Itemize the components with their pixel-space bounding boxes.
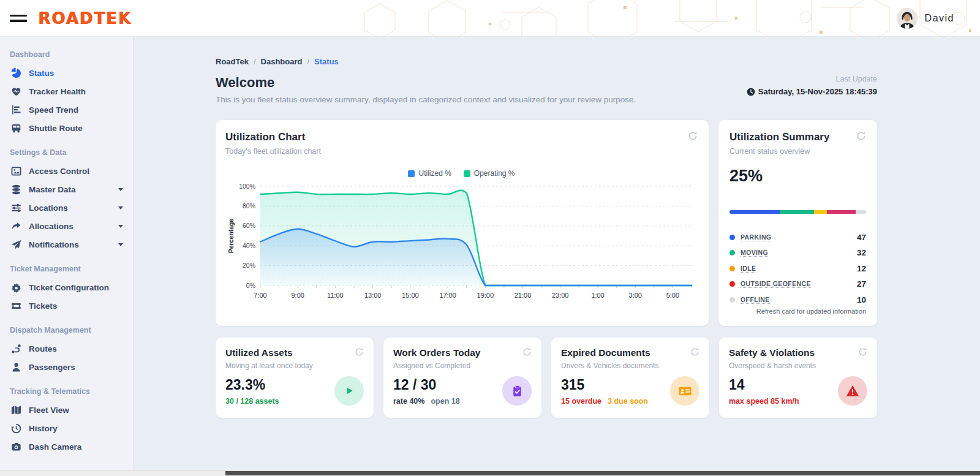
id-card-icon: [670, 376, 699, 406]
work-orders-today-card: Work Orders Today Assigned vs Completed …: [383, 338, 541, 418]
stat-detail: 30 / 128 assets: [225, 397, 279, 406]
app-header: ROADTEK David: [0, 0, 980, 37]
page-title: Welcome: [216, 75, 636, 91]
svg-text:19:00: 19:00: [477, 292, 494, 299]
refresh-icon[interactable]: [858, 347, 867, 357]
sidebar-item-fleet-view[interactable]: Fleet View: [0, 401, 133, 419]
history-clock-icon: [11, 423, 21, 434]
sidebar-item-routes[interactable]: Routes: [0, 339, 133, 358]
last-update-value: Saturday, 15-Nov-2025 18:45:39: [747, 87, 877, 96]
refresh-icon[interactable]: [690, 347, 699, 357]
utilization-chart-card: Utilization Chart Today's fleet utilizat…: [216, 120, 709, 326]
sidebar-item-label: Routes: [29, 344, 57, 353]
app-logo: ROADTEK: [38, 9, 132, 28]
stat-card-subtitle: Assigned vs Completed: [393, 361, 532, 370]
sidebar-item-label: Master Data: [29, 185, 76, 194]
stat-detail: max speed 85 km/h: [729, 397, 799, 406]
scrollbar-thumb[interactable]: [225, 471, 980, 475]
status-label-link[interactable]: OFFLINE: [741, 296, 770, 304]
status-row-parking: PARKING47: [729, 230, 866, 246]
sidebar-item-ticket-configuration[interactable]: Ticket Configuration: [0, 278, 133, 297]
sidebar-item-history[interactable]: History: [0, 419, 133, 437]
sidebar-item-dash-camera[interactable]: Dash Camera: [0, 437, 133, 456]
last-update-label: Last Update: [747, 75, 877, 83]
legend-label: Operating %: [474, 169, 515, 178]
user-menu[interactable]: David: [897, 8, 954, 29]
warning-triangle-icon: [838, 376, 867, 406]
stat-card-value: 315: [561, 377, 648, 393]
legend-item-operating[interactable]: Operating %: [464, 169, 515, 178]
breadcrumb-roadtek[interactable]: RoadTek: [216, 57, 249, 66]
chart-card-subtitle: Today's fleet utilization chart: [225, 147, 321, 156]
svg-text:80%: 80%: [243, 202, 255, 210]
sidebar-item-tracker-health[interactable]: Tracker Health: [0, 82, 133, 100]
legend-item-utilized[interactable]: Utilized %: [408, 169, 451, 178]
summary-card-subtitle: Current status overview: [729, 147, 829, 156]
sidebar: DashboardStatusTracker HealthSpeed Trend…: [0, 37, 134, 476]
stat-detail: 15 overdue: [561, 397, 601, 406]
status-dot: [729, 281, 735, 287]
stat-card-subtitle: Moving at least once today: [225, 361, 364, 370]
summary-footer-note: Refresh card for updated information: [729, 308, 866, 315]
status-count: 47: [857, 233, 866, 242]
refresh-icon[interactable]: [522, 347, 532, 357]
summary-status-list: PARKING47MOVING32IDLE12OUTSIDE GEOFENCE2…: [729, 230, 866, 308]
status-label-link[interactable]: OUTSIDE GEOFENCE: [741, 280, 811, 288]
svg-text:1:00: 1:00: [591, 292, 604, 299]
svg-text:7:00: 7:00: [254, 292, 266, 299]
status-dot: [729, 250, 735, 255]
sidebar-item-speed-trend[interactable]: Speed Trend: [0, 100, 133, 119]
bar-segment-idle: [814, 210, 827, 214]
stat-card-subtitle: Overspeed & harsh events: [729, 361, 867, 370]
sidebar-item-locations[interactable]: Locations: [0, 198, 133, 217]
refresh-icon[interactable]: [688, 131, 698, 141]
status-label-link[interactable]: MOVING: [741, 249, 768, 257]
sidebar-item-tickets[interactable]: Tickets: [0, 297, 133, 315]
image-frame-icon: [11, 166, 21, 176]
menu-hamburger-icon[interactable]: [10, 13, 27, 23]
refresh-icon[interactable]: [856, 131, 866, 141]
status-label-link[interactable]: PARKING: [741, 233, 771, 241]
status-row-moving: MOVING32: [729, 245, 866, 261]
stat-card-title: Utilized Assets: [225, 347, 293, 358]
breadcrumb: RoadTek/Dashboard/Status: [216, 57, 877, 66]
sidebar-section-ticket-management: Ticket Management: [0, 265, 133, 278]
chevron-down-icon: [118, 188, 123, 191]
refresh-icon[interactable]: [355, 347, 364, 357]
svg-text:13:00: 13:00: [364, 292, 382, 299]
sidebar-item-shuttle-route[interactable]: Shuttle Route: [0, 119, 133, 137]
page-subtitle: This is you fleet status overview summar…: [216, 95, 636, 104]
sidebar-item-label: Fleet View: [29, 406, 69, 415]
stat-card-value: 23.3%: [225, 377, 279, 393]
status-count: 10: [857, 295, 866, 304]
breadcrumb-dashboard[interactable]: Dashboard: [261, 57, 303, 66]
status-row-offline: OFFLINE10: [729, 292, 866, 308]
sidebar-item-master-data[interactable]: Master Data: [0, 180, 133, 198]
status-count: 27: [857, 279, 866, 289]
avatar: [897, 8, 918, 29]
status-dot: [729, 266, 735, 271]
status-row-idle: IDLE12: [729, 261, 866, 277]
heart-icon: [11, 86, 21, 97]
sidebar-item-notifications[interactable]: Notifications: [0, 235, 133, 254]
sidebar-item-access-control[interactable]: Access Control: [0, 162, 133, 180]
sidebar-item-status[interactable]: Status: [0, 64, 133, 82]
summary-progress-bar: [729, 210, 866, 214]
breadcrumb-status: Status: [314, 57, 339, 66]
sidebar-item-allocations[interactable]: Allocations: [0, 217, 133, 235]
svg-text:20%: 20%: [243, 262, 255, 269]
svg-text:15:00: 15:00: [402, 292, 419, 299]
stat-detail: 3 due soon: [608, 397, 648, 406]
clock-icon: [747, 88, 755, 96]
summary-percentage: 25%: [729, 167, 866, 186]
ticket-icon: [11, 301, 21, 311]
legend-swatch: [408, 170, 415, 177]
bus-icon: [11, 123, 21, 134]
share-arrow-icon: [11, 221, 21, 232]
main-content: RoadTek/Dashboard/Status Welcome This is…: [134, 37, 980, 476]
status-label-link[interactable]: IDLE: [741, 265, 756, 273]
stat-card-value: 14: [729, 377, 799, 393]
status-row-outside-geofence: OUTSIDE GEOFENCE27: [729, 276, 866, 292]
stat-cards-row: Utilized Assets Moving at least once tod…: [216, 338, 877, 418]
sidebar-item-passengers[interactable]: Passengers: [0, 358, 133, 376]
